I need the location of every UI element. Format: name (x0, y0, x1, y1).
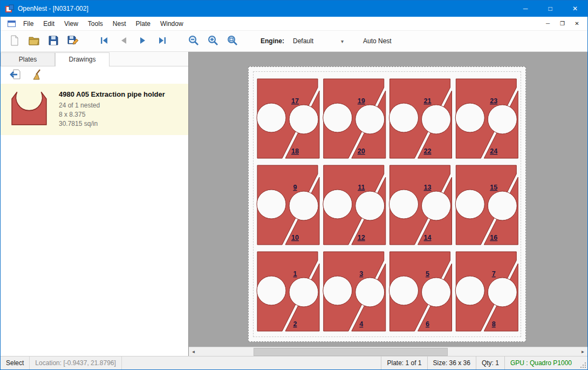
nested-pair-11-12[interactable]: 1112 (323, 165, 386, 245)
nested-pair-23-24[interactable]: 2324 (455, 79, 518, 158)
minimize-button[interactable]: ─ (513, 1, 538, 17)
close-button[interactable]: ✕ (563, 1, 587, 17)
nested-pair-5-6[interactable]: 56 (389, 252, 452, 331)
part-circular-cutout (355, 191, 385, 220)
last-plate-icon (157, 35, 168, 48)
new-file-icon (9, 35, 20, 48)
return-part-button[interactable] (7, 68, 23, 82)
part-circular-cutout (389, 276, 419, 305)
nesting-canvas[interactable]: 171819202122232491011121314151612345678 … (189, 52, 587, 356)
part-number-label: 10 (291, 234, 299, 241)
tab-drawings[interactable]: Drawings (55, 52, 110, 66)
mdi-restore-button[interactable]: ❐ (555, 18, 570, 30)
engine-selected-value: Default (293, 37, 313, 45)
nested-pair-9-10[interactable]: 910 (257, 165, 319, 245)
drawing-list-empty-area[interactable] (1, 135, 188, 356)
part-number-label: 23 (490, 97, 497, 105)
mdi-window-controls: ─ ❐ ✕ (541, 18, 587, 30)
statusbar-qty: Qty: 1 (476, 356, 504, 369)
part-circular-cutout (257, 276, 286, 305)
nested-pair-7-8[interactable]: 78 (455, 252, 518, 331)
part-circular-cutout (488, 191, 517, 220)
part-number-label: 24 (490, 147, 497, 155)
part-number-label: 4 (359, 320, 363, 328)
part-title: 4980 A05 Extraction pipe holder (59, 90, 165, 98)
plate[interactable]: 171819202122232491011121314151612345678 (248, 66, 526, 342)
new-file-button[interactable] (5, 32, 24, 50)
resize-grip-icon[interactable] (577, 356, 587, 369)
save-button[interactable] (44, 32, 63, 50)
part-circular-cutout (257, 103, 286, 132)
zoom-out-button[interactable] (184, 32, 203, 50)
mdi-minimize-button[interactable]: ─ (541, 18, 555, 30)
scroll-left-button[interactable]: ◄ (189, 347, 198, 356)
part-circular-cutout (289, 191, 318, 220)
menu-item-nest[interactable]: Nest (108, 17, 131, 30)
return-part-icon (9, 69, 21, 82)
part-number-label: 20 (358, 147, 365, 155)
first-plate-icon (99, 35, 110, 48)
menu-item-view[interactable]: View (59, 17, 83, 30)
part-circular-cutout (355, 105, 385, 134)
part-number-label: 15 (490, 184, 497, 191)
part-number-label: 2 (293, 320, 297, 328)
menu-item-edit[interactable]: Edit (38, 17, 59, 30)
previous-plate-button[interactable] (114, 32, 133, 50)
part-info: 4980 A05 Extraction pipe holder 24 of 1 … (52, 89, 165, 129)
engine-label: Engine: (261, 37, 284, 45)
horizontal-scrollbar[interactable]: ◄ ► (189, 347, 587, 356)
status-bar: Select Location: [-0.9437, 21.8796] Plat… (1, 356, 587, 369)
zoom-fit-button[interactable] (223, 32, 242, 50)
menu-item-plate[interactable]: Plate (131, 17, 155, 30)
engine-select[interactable]: Default ▾ (290, 36, 347, 46)
menu-item-tools[interactable]: Tools (83, 17, 108, 30)
part-circular-cutout (488, 105, 517, 134)
scroll-right-button[interactable]: ► (578, 347, 587, 356)
menu-item-file[interactable]: File (18, 17, 38, 30)
menu-item-window[interactable]: Window (155, 17, 188, 30)
part-circular-cutout (422, 105, 451, 134)
maximize-button[interactable]: □ (538, 1, 563, 17)
save-plate-button[interactable] (63, 32, 83, 50)
part-circular-cutout (488, 278, 517, 307)
auto-nest-button[interactable]: Auto Nest (360, 35, 395, 47)
sidebar-toolbar (1, 66, 188, 84)
zoom-in-button[interactable] (203, 32, 223, 50)
previous-plate-icon (118, 35, 129, 48)
part-circular-cutout (389, 190, 419, 219)
part-circular-cutout (323, 190, 352, 219)
zoom-out-icon (188, 35, 200, 48)
part-area: 30.7815 sq/in (59, 119, 165, 129)
part-nested-count: 24 of 1 nested (59, 101, 165, 110)
nested-pair-13-14[interactable]: 1314 (389, 165, 452, 245)
nested-pair-1-2[interactable]: 12 (257, 252, 319, 331)
zoom-fit-icon (227, 35, 238, 48)
nested-pair-19-20[interactable]: 1920 (323, 79, 386, 158)
app-icon (5, 4, 14, 13)
nested-parts-layout: 171819202122232491011121314151612345678 (255, 77, 520, 336)
next-plate-button[interactable] (133, 32, 153, 50)
statusbar-size: Size: 36 x 36 (427, 356, 476, 369)
last-plate-button[interactable] (153, 32, 172, 50)
first-plate-button[interactable] (94, 32, 114, 50)
sidebar: PlatesDrawings (1, 52, 189, 356)
nested-pair-15-16[interactable]: 1516 (455, 165, 518, 245)
open-file-button[interactable] (24, 32, 44, 50)
mdi-close-button[interactable]: ✕ (570, 18, 584, 30)
drawing-list-item[interactable]: 4980 A05 Extraction pipe holder 24 of 1 … (1, 84, 188, 135)
title-bar: OpenNest - [N0317-002] ─ □ ✕ (1, 1, 587, 17)
sidebar-tabs: PlatesDrawings (1, 52, 188, 66)
scrollbar-thumb[interactable] (254, 348, 448, 356)
document-icon (7, 19, 16, 28)
clear-parts-button[interactable] (29, 68, 45, 82)
part-number-label: 22 (424, 147, 432, 155)
tab-plates[interactable]: Plates (1, 52, 55, 66)
nested-pair-17-18[interactable]: 1718 (257, 79, 319, 158)
part-number-label: 11 (358, 184, 365, 191)
part-circular-cutout (355, 278, 385, 307)
clear-parts-icon (31, 69, 43, 82)
part-circular-cutout (455, 103, 484, 132)
zoom-in-icon (207, 35, 219, 48)
nested-pair-21-22[interactable]: 2122 (389, 79, 452, 158)
nested-pair-3-4[interactable]: 34 (323, 252, 386, 331)
